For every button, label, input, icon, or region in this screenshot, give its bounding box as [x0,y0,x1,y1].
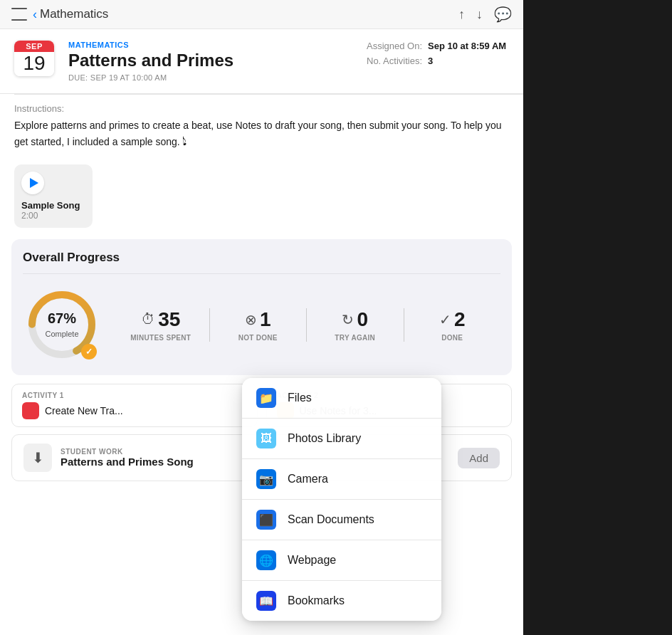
activity-1-label: ACTIVITY 1 [22,392,247,399]
files-icon: 📁 [256,388,276,408]
camera-label: Camera [288,473,328,486]
add-button[interactable]: Add [458,448,500,468]
nav-bar: ‹ Mathematics ↑ ↓ 💬 [0,0,523,29]
assignment-subject: MATHEMATICS [68,41,352,49]
back-chevron-icon: ‹ [33,7,37,22]
try-again-label: TRY AGAIN [335,334,375,342]
scan-icon: ⬛ [256,510,276,530]
nav-title: Mathematics [40,7,108,21]
minutes-label: MINUTES SPENT [130,334,191,342]
calendar-day: 19 [14,52,54,76]
stats-grid: ⏱ 35 MINUTES SPENT ⊗ 1 NOT DONE ↻ 0 [112,308,500,342]
instructions-section: Instructions: Explore patterns and prime… [0,95,523,159]
progress-donut: 67% Complete ✓ [23,285,101,364]
activities-row: No. Activities: 3 [367,56,433,66]
progress-divider [23,273,500,274]
bookmarks-icon: 📖 [256,591,276,611]
bookmarks-label: Bookmarks [288,594,345,607]
comment-icon[interactable]: 💬 [494,6,512,23]
not-done-icon: ⊗ [245,311,257,328]
assigned-value: Sep 10 at 8:59 AM [428,41,506,51]
scan-label: Scan Documents [288,513,374,526]
minutes-spent-stat: ⏱ 35 MINUTES SPENT [112,308,210,342]
progress-title: Overall Progress [23,251,500,265]
not-done-stat: ⊗ 1 NOT DONE [210,308,308,342]
assigned-label: Assigned On: [367,41,422,51]
assignment-header: SEP 19 MATHEMATICS Patterns and Primes D… [0,29,523,94]
done-value: 2 [454,308,466,331]
play-icon [30,178,38,188]
donut-check-icon: ✓ [81,344,97,360]
donut-percent: 67% [45,310,78,327]
menu-item-photos[interactable]: 🖼 Photos Library [242,419,441,459]
assignment-due: DUE: SEP 19 AT 10:00 AM [68,73,352,82]
minutes-value: 35 [158,308,180,331]
progress-section: Overall Progress [11,239,512,375]
context-menu: 📁 Files 🖼 Photos Library 📷 Camera ⬛ Scan… [242,378,441,621]
play-button[interactable] [21,172,44,194]
photos-icon: 🖼 [256,429,276,448]
assignment-meta: Assigned On: Sep 10 at 8:59 AM No. Activ… [367,41,509,66]
song-card[interactable]: Sample Song 2:00 [14,164,93,228]
photos-label: Photos Library [288,432,361,445]
files-label: Files [288,392,312,404]
activities-value: 3 [428,56,433,66]
menu-item-bookmarks[interactable]: 📖 Bookmarks [242,581,441,621]
assigned-on-row: Assigned On: Sep 10 at 8:59 AM [367,41,506,51]
instructions-text: Explore patterns and primes to create a … [14,118,509,150]
webpage-label: Webpage [288,554,336,567]
not-done-value: 1 [260,308,271,331]
back-button[interactable]: ‹ Mathematics [33,7,108,22]
main-panel: ‹ Mathematics ↑ ↓ 💬 SEP 19 MATHEMATICS P… [0,0,523,635]
menu-item-files[interactable]: 📁 Files [242,378,441,419]
nav-up-arrow[interactable]: ↑ [458,7,465,22]
assignment-title: Patterns and Primes [68,51,352,70]
done-label: DONE [441,334,463,342]
dark-panel [523,0,672,635]
instructions-label: Instructions: [14,103,509,114]
clock-icon: ⏱ [141,311,155,327]
webpage-icon: 🌐 [256,550,276,570]
done-icon: ✓ [439,311,451,328]
activity-card-1[interactable]: ACTIVITY 1 Create New Tra... [11,384,258,427]
assignment-info: MATHEMATICS Patterns and Primes DUE: SEP… [68,41,352,82]
not-done-label: NOT DONE [238,334,278,342]
menu-item-webpage[interactable]: 🌐 Webpage [242,540,441,581]
donut-center: 67% Complete [45,310,78,340]
sidebar-toggle[interactable] [11,8,27,21]
donut-complete-label: Complete [45,330,78,338]
song-duration: 2:00 [21,211,38,221]
done-stat: ✓ 2 DONE [404,308,501,342]
nav-right: ↑ ↓ 💬 [458,6,512,23]
nav-down-arrow[interactable]: ↓ [476,7,483,22]
try-again-icon: ↻ [342,311,354,328]
calendar-icon: SEP 19 [14,41,54,76]
camera-icon: 📷 [256,469,276,489]
activity-1-icon [22,402,39,419]
calendar-month: SEP [14,41,54,52]
activities-label: No. Activities: [367,56,422,66]
song-title: Sample Song [21,200,80,211]
menu-item-scan[interactable]: ⬛ Scan Documents [242,500,441,540]
try-again-stat: ↻ 0 TRY AGAIN [307,308,404,342]
menu-item-camera[interactable]: 📷 Camera [242,459,441,500]
activity-1-title: Create New Tra... [45,405,123,416]
student-work-icon: ⬇ [23,444,52,472]
progress-stats: 67% Complete ✓ ⏱ 35 MINUTES SPENT ⊗ [23,285,500,364]
try-again-value: 0 [357,308,368,331]
